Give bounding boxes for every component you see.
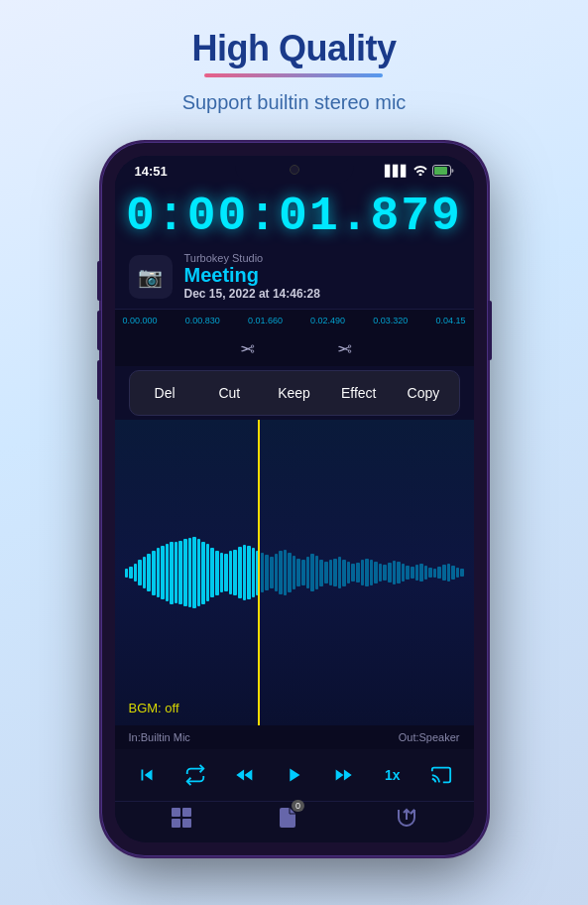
recording-icon-box: 📷 [129, 255, 173, 299]
camera-icon: 📷 [138, 265, 163, 289]
rewind-button[interactable] [227, 757, 263, 793]
page-subtitle: Support builtin stereo mic [182, 91, 407, 114]
header-section: High Quality Support builtin stereo mic [182, 28, 407, 114]
waveform-bar [338, 557, 342, 588]
waveform-bar [229, 551, 233, 593]
waveform-bar [319, 560, 323, 586]
recording-details: Turbokey Studio Meeting Dec 15, 2022 at … [184, 252, 320, 301]
ruler-mark-0: 0.00.000 [123, 316, 158, 325]
waveform-bar [233, 550, 237, 596]
menu-item-copy[interactable]: Copy [392, 377, 454, 409]
menu-item-del[interactable]: Del [134, 377, 196, 409]
ruler-marks: 0.00.000 0.00.830 0.01.660 0.02.490 0.03… [123, 316, 466, 325]
waveform-bar [197, 539, 201, 606]
waveform-bar [270, 557, 274, 588]
waveform-bar [201, 542, 205, 604]
waveform-bar [183, 539, 187, 606]
loop-button[interactable] [177, 757, 213, 793]
play-button[interactable] [276, 757, 311, 793]
speed-button[interactable]: 1x [375, 757, 411, 793]
waveform-bar [238, 547, 242, 598]
waveform-bar [460, 569, 464, 576]
waveform-bar [374, 562, 378, 583]
timeline-ruler: 0.00.000 0.00.830 0.01.660 0.02.490 0.03… [115, 309, 474, 330]
status-time: 14:51 [135, 164, 168, 179]
waveform-bar [279, 551, 283, 593]
menu-item-cut[interactable]: Cut [198, 377, 261, 409]
waveform-bar [301, 560, 305, 584]
input-label: In:Builtin Mic [129, 731, 190, 743]
bottom-bar: 0 [115, 801, 474, 842]
context-menu: Del Cut Keep Effect Copy [129, 370, 460, 416]
waveform-bar [402, 564, 406, 582]
status-icons: ▋▋▋ [385, 165, 454, 179]
waveform-bar [370, 560, 374, 584]
waveform-bar [347, 562, 351, 584]
svg-rect-3 [172, 808, 180, 817]
svg-rect-1 [434, 167, 447, 175]
waveform-bars [125, 533, 464, 612]
scissor-icon-2: ✂ [337, 337, 352, 359]
signal-icon: ▋▋▋ [385, 165, 409, 178]
fast-forward-button[interactable] [325, 757, 361, 793]
share-icon[interactable] [395, 806, 418, 835]
phone-notch [235, 156, 354, 184]
wifi-icon [413, 165, 427, 178]
transport-controls: 1x [115, 749, 474, 801]
waveform-bar [243, 545, 247, 600]
waveform-bar [143, 557, 147, 588]
waveform-bar [284, 550, 288, 596]
ruler-mark-5: 0.04.15 [435, 316, 465, 325]
timer-display: 0:00:01.879 [115, 183, 474, 246]
menu-item-effect[interactable]: Effect [327, 377, 390, 409]
waveform-bar [138, 560, 142, 584]
recording-date: Dec 15, 2022 at 14:46:28 [184, 287, 320, 301]
phone-frame: 14:51 ▋▋▋ [101, 142, 488, 856]
waveform-bar [252, 548, 256, 597]
ruler-mark-2: 0.01.660 [248, 316, 283, 325]
waveform-bar [456, 568, 460, 579]
waveform-bar [310, 554, 314, 591]
waveform-bar [129, 567, 133, 580]
playhead [258, 420, 260, 725]
timer-text: 0:00:01.879 [125, 193, 464, 240]
waveform-bar [406, 566, 410, 580]
svg-rect-4 [182, 808, 191, 817]
waveform-bar [152, 551, 156, 595]
waveform-bar [415, 565, 419, 581]
waveform-bar [147, 554, 151, 591]
waveform-bar [437, 567, 441, 580]
battery-icon [432, 165, 454, 179]
waveform-bar [224, 554, 228, 591]
waveform-bar [442, 565, 446, 581]
menu-item-keep[interactable]: Keep [263, 377, 325, 409]
page-title: High Quality [182, 28, 407, 69]
waveform-bar [192, 537, 196, 608]
skip-back-button[interactable] [129, 757, 165, 793]
recording-name: Meeting [184, 264, 320, 287]
recording-info: 📷 Turbokey Studio Meeting Dec 15, 2022 a… [115, 246, 474, 309]
waveform-bar [383, 565, 387, 581]
waveform-bar [428, 568, 432, 579]
svg-rect-5 [172, 819, 180, 828]
waveform-bar [451, 566, 455, 580]
waveform-bar [379, 564, 383, 582]
waveform-bar [393, 561, 397, 583]
waveform-bar [419, 564, 423, 582]
waveform-bar [247, 546, 251, 599]
waveform-bar [388, 563, 392, 582]
waveform-bar [329, 560, 333, 584]
waveform-bar [210, 548, 214, 597]
waveform-canvas [115, 533, 474, 612]
waveform-bar [275, 554, 279, 591]
front-camera [290, 165, 299, 175]
waveform-bar [397, 562, 401, 583]
waveform-bar [361, 560, 365, 584]
waveform-bar [288, 553, 292, 593]
svg-rect-6 [182, 819, 191, 828]
bgm-label: BGM: off [129, 701, 179, 715]
record-icon[interactable] [170, 806, 193, 835]
waveform-bar [220, 553, 224, 593]
waveform-bar [315, 556, 319, 589]
cast-button[interactable] [423, 757, 459, 793]
